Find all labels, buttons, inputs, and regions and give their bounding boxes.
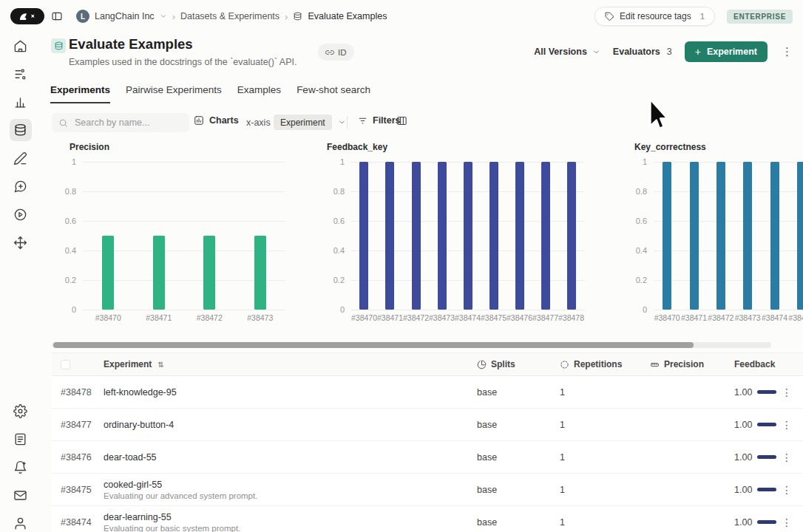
tab-examples[interactable]: Examples <box>237 84 281 103</box>
y-tick-label: 0.2 <box>65 276 76 284</box>
bar-#38476[interactable] <box>515 162 524 310</box>
sidebar-item-annotation-queues[interactable] <box>10 147 32 169</box>
table-row[interactable]: #38478 left-knowledge-95 base 1 1.00 ⋮ <box>52 376 803 409</box>
annotation-queues-icon <box>13 151 27 166</box>
experiment-name[interactable]: dear-toad-55 <box>104 452 477 463</box>
bar-#38472[interactable] <box>203 236 215 310</box>
column-header-splits[interactable]: Splits <box>477 359 560 369</box>
sidebar-item-mail[interactable] <box>10 484 32 506</box>
experiment-name[interactable]: dear-learning-55 <box>104 512 477 522</box>
experiment-name[interactable]: cooked-girl-55 <box>104 480 477 490</box>
bar-#38475[interactable] <box>797 162 803 310</box>
charts-toggle-button[interactable]: Charts <box>194 115 239 126</box>
feedback-value: 1.00 <box>734 452 752 463</box>
bar-#38478[interactable] <box>567 162 576 310</box>
columns-button[interactable] <box>396 115 407 126</box>
horizontal-scrollbar-thumb[interactable] <box>53 342 694 348</box>
chevron-down-icon[interactable] <box>160 13 167 20</box>
sidebar-item-profile[interactable] <box>10 512 32 532</box>
filters-button[interactable]: Filters <box>358 115 401 126</box>
sidebar-item-deployments[interactable] <box>10 231 32 253</box>
experiment-name-cell[interactable]: left-knowledge-95 <box>95 387 477 398</box>
row-menu-button[interactable]: ⋮ <box>782 451 803 463</box>
bar-#38472[interactable] <box>716 162 725 310</box>
sidebar-toggle-icon[interactable] <box>51 10 63 22</box>
sidebar-item-tracing-projects[interactable] <box>10 63 32 85</box>
experiment-name-cell[interactable]: dear-learning-55 Evaluating our basic sy… <box>95 512 477 532</box>
sidebar-item-docs[interactable] <box>10 428 32 450</box>
xaxis-dropdown[interactable]: Experiment <box>274 115 346 130</box>
y-tick-label: 0.8 <box>65 187 76 196</box>
x-axis-labels: #38470#38471#38472#38473#38474#38475#384… <box>351 313 584 325</box>
langsmith-logo[interactable] <box>10 8 44 24</box>
settings-icon <box>13 404 27 418</box>
sidebar-item-settings[interactable] <box>10 400 32 422</box>
experiment-name-cell[interactable]: dear-toad-55 <box>95 452 477 463</box>
experiment-name[interactable]: ordinary-button-4 <box>104 420 477 430</box>
sidebar-item-notifications[interactable] <box>10 456 32 478</box>
x-tick-label: #38472 <box>708 313 733 322</box>
bar-#38471[interactable] <box>690 162 699 310</box>
tab-few-shot-search[interactable]: Few-shot search <box>297 84 370 103</box>
prompts-icon <box>13 180 27 194</box>
column-header-repetitions[interactable]: Repetitions <box>560 359 650 369</box>
breadcrumb-org[interactable]: LangChain Inc <box>95 11 155 21</box>
bar-#38471[interactable] <box>153 236 165 310</box>
gridline <box>654 280 803 281</box>
bar-#38471[interactable] <box>385 162 394 310</box>
table-row[interactable]: #38476 dear-toad-55 base 1 1.00 ⋮ <box>52 441 803 474</box>
docs-icon <box>13 432 27 446</box>
experiment-name[interactable]: left-knowledge-95 <box>104 387 477 398</box>
bar-#38473[interactable] <box>438 162 447 310</box>
gridline <box>654 221 803 222</box>
new-experiment-button[interactable]: + Experiment <box>685 41 768 62</box>
sidebar-item-prompts[interactable] <box>10 175 32 197</box>
tab-experiments[interactable]: Experiments <box>50 84 110 103</box>
edit-resource-tags-button[interactable]: Edit resource tags 1 <box>594 7 715 26</box>
feedback-bar <box>757 423 776 426</box>
experiment-name-cell[interactable]: ordinary-button-4 <box>95 420 477 430</box>
sidebar-item-datasets-experiments[interactable] <box>10 119 32 141</box>
sidebar-item-playground[interactable] <box>10 203 32 225</box>
table-row[interactable]: #38475 cooked-girl-55 Evaluating our adv… <box>52 474 803 506</box>
bar-#38472[interactable] <box>412 162 421 310</box>
copy-id-button[interactable]: ID <box>318 44 354 61</box>
experiment-id: #38475 <box>52 485 95 495</box>
row-menu-button[interactable]: ⋮ <box>782 484 803 496</box>
sidebar-item-home[interactable] <box>10 35 32 57</box>
bar-#38473[interactable] <box>254 236 266 310</box>
breadcrumb-current: Evaluate Examples <box>308 11 387 21</box>
breadcrumb-datasets-experiments[interactable]: Datasets & Experiments <box>180 11 279 21</box>
gridline <box>654 162 803 163</box>
bar-#38475[interactable] <box>489 162 498 310</box>
tab-pairwise-experiments[interactable]: Pairwise Experiments <box>126 84 222 103</box>
versions-dropdown[interactable]: All Versions <box>534 47 600 57</box>
bar-#38470[interactable] <box>663 162 671 310</box>
bar-#38477[interactable] <box>541 162 550 310</box>
column-header-feedback[interactable]: Feedback <box>734 359 782 369</box>
select-all-checkbox[interactable] <box>61 360 70 369</box>
select-all-cell[interactable] <box>52 360 95 369</box>
experiment-name-cell[interactable]: cooked-girl-55 Evaluating our advanced s… <box>95 480 477 500</box>
column-header-precision[interactable]: Precision <box>650 359 734 369</box>
x-tick-label: #38477 <box>532 313 558 322</box>
row-menu-button[interactable]: ⋮ <box>782 516 803 528</box>
row-menu-button[interactable]: ⋮ <box>782 386 803 398</box>
table-row[interactable]: #38477 ordinary-button-4 base 1 1.00 ⋮ <box>52 409 803 441</box>
bar-#38470[interactable] <box>102 236 114 310</box>
sidebar-item-monitoring[interactable] <box>10 91 32 113</box>
row-menu-button[interactable]: ⋮ <box>782 419 803 431</box>
table-row[interactable]: #38474 dear-learning-55 Evaluating our b… <box>52 506 803 532</box>
bar-#38474[interactable] <box>770 162 779 310</box>
plot-area <box>351 162 584 310</box>
bar-#38470[interactable] <box>359 162 368 310</box>
sort-icon[interactable]: ⇅ <box>157 361 163 369</box>
bar-#38473[interactable] <box>743 162 752 310</box>
feedback-cell: 1.00 <box>734 420 782 430</box>
column-header-experiment[interactable]: Experiment ⇅ <box>95 359 477 369</box>
x-tick-label: #38470 <box>654 313 680 322</box>
bar-#38474[interactable] <box>464 162 472 310</box>
search-input[interactable] <box>73 117 183 129</box>
evaluators-button[interactable]: Evaluators 3 <box>613 47 672 57</box>
more-options-button[interactable]: ⋮ <box>780 45 794 58</box>
